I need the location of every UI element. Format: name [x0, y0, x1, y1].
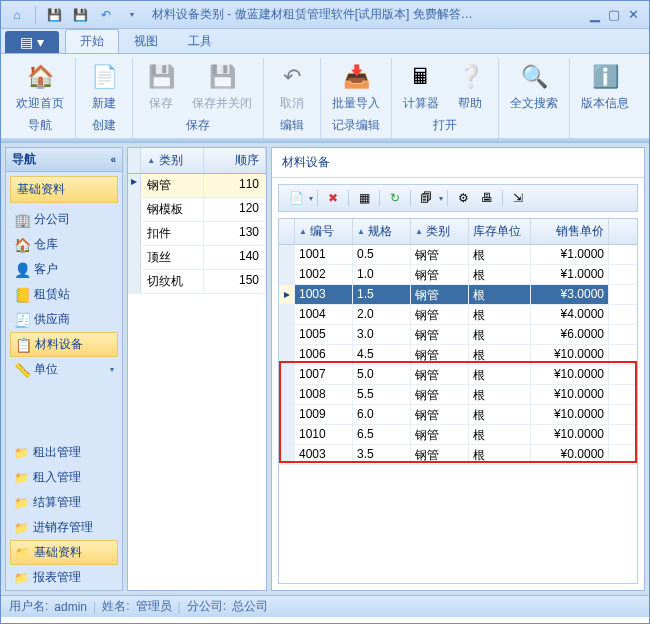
- sidebar-item[interactable]: 📋材料设备: [10, 332, 118, 357]
- save-button: 💾保存: [139, 58, 183, 115]
- nav-folders: 📁租出管理📁租入管理📁结算管理📁进销存管理📁基础资料📁报表管理: [6, 440, 122, 590]
- cell-id: 1003: [295, 285, 353, 304]
- nav-item-label: 单位: [34, 361, 58, 378]
- cell-category: 钢管: [411, 285, 469, 304]
- tb-grid-icon[interactable]: ▦: [353, 188, 375, 208]
- table-row[interactable]: 10075.0钢管根¥10.0000: [279, 365, 637, 385]
- cell-category: 切纹机: [141, 270, 203, 293]
- tb-refresh-icon[interactable]: ↻: [384, 188, 406, 208]
- cell-category: 钢管: [141, 174, 203, 197]
- row-gutter: [279, 385, 295, 404]
- table-row[interactable]: 40033.5钢管根¥0.0000: [279, 445, 637, 465]
- row-gutter: [279, 345, 295, 364]
- cell-category: 钢管: [411, 345, 469, 364]
- minimize-button[interactable]: ▁: [590, 7, 600, 22]
- sidebar-item[interactable]: 🧾供应商: [6, 307, 122, 332]
- qat-undo-icon[interactable]: ↶: [94, 4, 118, 26]
- ribbon-tab-start[interactable]: 开始: [65, 29, 119, 53]
- cell-unit: 根: [469, 325, 531, 344]
- ribbon-file-menu[interactable]: ▤ ▾: [5, 31, 59, 53]
- table-row[interactable]: 10096.0钢管根¥10.0000: [279, 405, 637, 425]
- tb-copy-icon[interactable]: 🗐: [415, 188, 437, 208]
- sidebar-item[interactable]: 📏单位▾: [6, 357, 122, 382]
- maximize-button[interactable]: ▢: [608, 7, 620, 22]
- category-row[interactable]: 钢管110: [128, 174, 266, 198]
- tb-print-icon[interactable]: 🖶: [476, 188, 498, 208]
- nav-section-title[interactable]: 基础资料: [10, 176, 118, 203]
- nav-items: 🏢分公司🏠仓库👤客户📒租赁站🧾供应商📋材料设备📏单位▾: [6, 207, 122, 440]
- sidebar-folder[interactable]: 📁基础资料: [10, 540, 118, 565]
- search-icon: 🔍: [518, 61, 550, 93]
- sidebar-folder[interactable]: 📁报表管理: [6, 565, 122, 590]
- cell-id: 1006: [295, 345, 353, 364]
- cell-category: 钢管: [411, 385, 469, 404]
- table-row[interactable]: 10106.5钢管根¥10.0000: [279, 425, 637, 445]
- group-save-label: 保存: [186, 117, 210, 136]
- save-icon: 💾: [145, 61, 177, 93]
- tb-delete-icon[interactable]: ✖: [322, 188, 344, 208]
- home-icon: 🏠: [24, 61, 56, 93]
- col-category[interactable]: ▲类别: [141, 148, 203, 173]
- welcome-button[interactable]: 🏠欢迎首页: [11, 58, 69, 115]
- nav-header[interactable]: 导航 «: [6, 148, 122, 172]
- close-button[interactable]: ✕: [628, 7, 639, 22]
- table-row[interactable]: 10053.0钢管根¥6.0000: [279, 325, 637, 345]
- folder-icon: 📁: [15, 546, 30, 560]
- nav-folder-label: 租出管理: [33, 444, 81, 461]
- calculator-button[interactable]: 🖩计算器: [398, 58, 444, 115]
- table-row[interactable]: 10010.5钢管根¥1.0000: [279, 245, 637, 265]
- cell-unit: 根: [469, 445, 531, 464]
- sidebar-folder[interactable]: 📁租入管理: [6, 465, 122, 490]
- category-row[interactable]: 顶丝140: [128, 246, 266, 270]
- category-row[interactable]: 切纹机150: [128, 270, 266, 294]
- nav-item-label: 客户: [34, 261, 58, 278]
- qat-home-icon[interactable]: ⌂: [5, 4, 29, 26]
- col-category[interactable]: ▲类别: [411, 219, 469, 244]
- tb-gear-icon[interactable]: ⚙: [452, 188, 474, 208]
- col-id[interactable]: ▲编号: [295, 219, 353, 244]
- table-row[interactable]: 10021.0钢管根¥1.0000: [279, 265, 637, 285]
- full-search-button[interactable]: 🔍全文搜索: [505, 58, 563, 115]
- row-gutter: [279, 325, 295, 344]
- detail-grid: ▲编号 ▲规格 ▲类别 库存单位 销售单价 10010.5钢管根¥1.00001…: [278, 218, 638, 584]
- folder-icon: 📁: [14, 521, 29, 535]
- sidebar-folder[interactable]: 📁租出管理: [6, 440, 122, 465]
- qat-save-close-icon[interactable]: 💾: [68, 4, 92, 26]
- nav-item-icon: 👤: [14, 262, 30, 278]
- table-row[interactable]: 10064.5钢管根¥10.0000: [279, 345, 637, 365]
- help-button[interactable]: ❔帮助: [448, 58, 492, 115]
- sidebar-item[interactable]: 👤客户: [6, 257, 122, 282]
- bulk-import-button[interactable]: 📥批量导入: [327, 58, 385, 115]
- sidebar-folder[interactable]: 📁结算管理: [6, 490, 122, 515]
- cell-id: 1004: [295, 305, 353, 324]
- ribbon-tab-view[interactable]: 视图: [119, 29, 173, 53]
- col-spec[interactable]: ▲规格: [353, 219, 411, 244]
- col-unit[interactable]: 库存单位: [469, 219, 531, 244]
- folder-icon: 📁: [14, 446, 29, 460]
- sidebar-folder[interactable]: 📁进销存管理: [6, 515, 122, 540]
- category-row[interactable]: 扣件130: [128, 222, 266, 246]
- table-row[interactable]: 10042.0钢管根¥4.0000: [279, 305, 637, 325]
- col-price[interactable]: 销售单价: [531, 219, 609, 244]
- table-row[interactable]: 10085.5钢管根¥10.0000: [279, 385, 637, 405]
- table-row[interactable]: ▸10031.5钢管根¥3.0000: [279, 285, 637, 305]
- cell-price: ¥10.0000: [531, 345, 609, 364]
- qat-dropdown-icon[interactable]: ▾: [120, 4, 144, 26]
- col-order[interactable]: 顺序: [204, 148, 266, 173]
- cell-id: 1005: [295, 325, 353, 344]
- tb-export-icon[interactable]: ⇲: [507, 188, 529, 208]
- cell-spec: 3.0: [353, 325, 411, 344]
- cell-spec: 5.0: [353, 365, 411, 384]
- sidebar-item[interactable]: 🏠仓库: [6, 232, 122, 257]
- category-row[interactable]: 钢模板120: [128, 198, 266, 222]
- new-button[interactable]: 📄新建: [82, 58, 126, 115]
- version-button[interactable]: ℹ️版本信息: [576, 58, 634, 115]
- ribbon-tab-tools[interactable]: 工具: [173, 29, 227, 53]
- nav-folder-label: 结算管理: [33, 494, 81, 511]
- tb-new-icon[interactable]: 📄: [285, 188, 307, 208]
- sidebar-item[interactable]: 🏢分公司: [6, 207, 122, 232]
- ribbon: ▤ ▾ 开始 视图 工具 🏠欢迎首页 导航 📄新建 创建 💾保存 💾保存并关闭 …: [1, 29, 649, 143]
- qat-save-icon[interactable]: 💾: [42, 4, 66, 26]
- sidebar-item[interactable]: 📒租赁站: [6, 282, 122, 307]
- cell-category: 扣件: [141, 222, 203, 245]
